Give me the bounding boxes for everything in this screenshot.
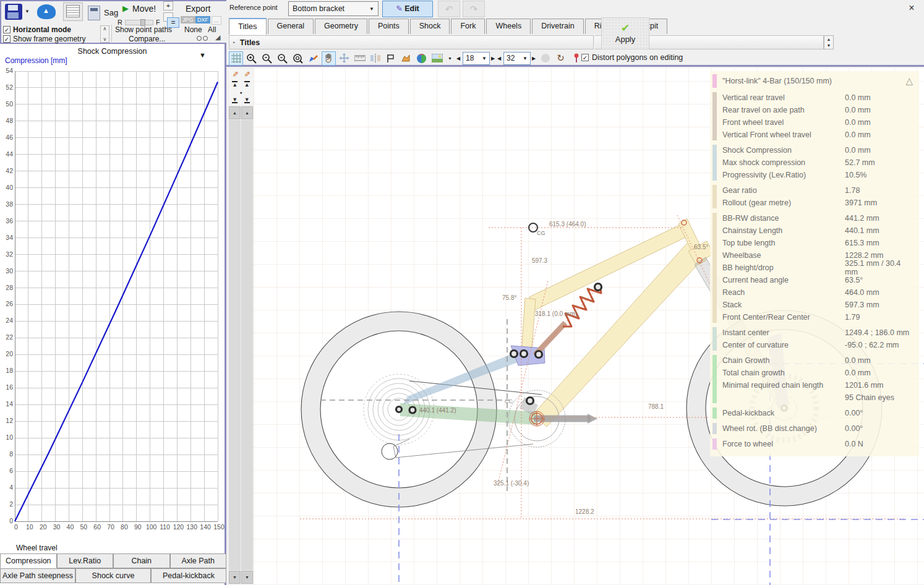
spin-a-left-icon[interactable]: ◀ — [456, 56, 461, 61]
spin-up-icon[interactable]: ▲ — [827, 37, 831, 41]
close-icon[interactable]: × — [905, 2, 918, 14]
scroll-down-button[interactable]: ▼ — [241, 571, 253, 584]
size-select-a[interactable]: 18 ▼ — [463, 52, 490, 65]
bike-icon[interactable] — [197, 35, 208, 41]
chart-tab-shock-curve[interactable]: Shock curve — [75, 568, 151, 583]
tab-titles[interactable]: Titles — [229, 18, 267, 35]
move-button[interactable]: Move! — [132, 4, 156, 14]
tab-fork[interactable]: Fork — [451, 19, 485, 34]
color-sphere-icon[interactable] — [414, 51, 429, 66]
scroll-up-button[interactable]: ▲ — [241, 106, 253, 119]
cloud-upload-icon[interactable] — [37, 4, 56, 19]
chart-tab-compression[interactable]: Compression — [0, 553, 57, 568]
redo-button[interactable]: ↷ — [463, 1, 485, 17]
spin-b-right-icon[interactable]: ▶ — [532, 56, 537, 61]
tab-shock[interactable]: Shock — [410, 19, 450, 34]
background-image-icon[interactable] — [430, 51, 444, 66]
paths-all-button[interactable]: All — [208, 25, 216, 34]
save-dropdown-icon[interactable]: ▼ — [25, 9, 30, 14]
image-dropdown-icon[interactable]: ▼ — [448, 56, 453, 61]
edit-button[interactable]: ✎ Edit — [382, 1, 433, 17]
chart-dropdown-icon[interactable]: ▼ — [199, 51, 206, 59]
spin-down-icon[interactable]: ▼ — [827, 43, 831, 48]
align-bottom-icon[interactable]: ▼ — [244, 97, 250, 103]
sag-calculator-icon[interactable] — [88, 6, 100, 20]
draw-pen-icon[interactable] — [306, 51, 320, 66]
pan-hand-icon[interactable] — [322, 51, 336, 66]
chart-tick-label: 46 — [6, 134, 13, 141]
zoom-out-icon[interactable] — [260, 51, 274, 66]
tab-drivetrain[interactable]: Drivetrain — [532, 19, 584, 34]
info-row: Front wheel travel0.0 mm — [722, 116, 913, 129]
info-row: Chainstay Length440.1 mm — [722, 224, 913, 237]
info-label: Rear travel on axle path — [722, 106, 845, 114]
spin-b-left-icon[interactable]: ◀ — [497, 56, 502, 61]
linkage-canvas[interactable]: 615.3 (464.0) 597.3 75.8° 63.5° 318.1 (0… — [254, 68, 924, 585]
collapse-icon[interactable]: △ — [905, 75, 913, 87]
spinner-up-icon[interactable]: ∧ — [103, 26, 107, 32]
zoom-extents-icon[interactable] — [275, 51, 289, 66]
move-points-icon[interactable] — [337, 51, 351, 66]
size-select-b[interactable]: 32 ▼ — [503, 52, 531, 65]
export-more-button[interactable]: ... — [212, 16, 221, 25]
undo-button[interactable]: ↶ — [438, 1, 460, 17]
reference-point-dropdown[interactable]: Bottom bracket ▼ — [288, 1, 379, 16]
frame-spinner[interactable]: ∧ ∨ — [100, 25, 109, 43]
chart-tab-lev-ratio[interactable]: Lev.Ratio — [57, 553, 114, 568]
scrollbar-track[interactable] — [229, 120, 241, 570]
marker-pen-icon[interactable]: ✎ — [242, 71, 251, 77]
info-label: Gear ratio — [722, 186, 845, 195]
flag-icon[interactable] — [383, 51, 398, 66]
compare-button[interactable]: Compare... — [129, 35, 165, 43]
scrollbar-track[interactable] — [241, 120, 253, 570]
paths-none-button[interactable]: None — [184, 25, 202, 34]
zoom-in-icon[interactable] — [244, 51, 259, 66]
chart-tick-label: 130 — [187, 523, 198, 531]
move-play-icon[interactable]: ▶ — [122, 4, 129, 13]
corner-resize-icon[interactable]: ◢ — [215, 33, 220, 41]
measure-icon[interactable] — [353, 51, 367, 66]
export-label[interactable]: Export — [186, 4, 210, 14]
chart-tick-label: 110 — [160, 523, 170, 531]
save-icon[interactable] — [5, 4, 22, 20]
info-group: Shock Compression0.0 mmMax shock compres… — [722, 144, 913, 181]
align-top-icon[interactable]: ▲ — [232, 81, 237, 87]
tab-geometry[interactable]: Geometry — [315, 19, 367, 34]
spinner-down-icon[interactable]: ∨ — [103, 36, 107, 42]
titles-section-header[interactable]: ▪ Titles — [229, 35, 594, 49]
apply-button[interactable]: ✔ Apply — [601, 17, 649, 49]
titles-spinner[interactable]: ▲ ▼ — [824, 35, 834, 49]
distort-checkbox[interactable]: ✓ — [581, 54, 589, 61]
show-frame-geometry-checkbox[interactable]: ✓ — [3, 35, 11, 43]
sag-label[interactable]: Sag — [104, 8, 118, 17]
chart-xlabel: Wheel travel — [16, 544, 58, 552]
tab-points[interactable]: Points — [369, 19, 409, 34]
scroll-up-button[interactable]: ▲ — [229, 106, 241, 119]
align-bottom-icon[interactable]: ▼ — [232, 97, 237, 103]
align-top-icon[interactable]: ▲ — [244, 81, 250, 87]
info-label: Wheelbase — [722, 251, 845, 260]
polygon-icon[interactable] — [399, 51, 413, 66]
tab-general[interactable]: General — [268, 19, 314, 34]
dim-bb-height: 325.1 (-30.4) — [494, 480, 529, 487]
apply-check-icon: ✔ — [602, 22, 649, 35]
chart-tab-axle-path[interactable]: Axle Path — [170, 553, 227, 568]
print-icon[interactable] — [63, 2, 83, 21]
export-dxf-button[interactable]: DXF — [195, 16, 210, 23]
zoom-selection-icon[interactable] — [291, 51, 305, 66]
divider — [111, 25, 112, 43]
mirror-icon[interactable] — [368, 51, 382, 66]
spin-a-right-icon[interactable]: ▶ — [491, 56, 496, 61]
scroll-down-button[interactable]: ▼ — [229, 571, 241, 584]
horizontal-mode-checkbox[interactable]: ✓ — [3, 26, 11, 33]
show-point-paths-label[interactable]: Show point paths — [115, 25, 172, 34]
chart-tab-pedal-kickback[interactable]: Pedal-kickback — [151, 568, 226, 583]
export-jpg-button[interactable]: JPG — [181, 16, 195, 23]
move-plus-button[interactable]: + — [163, 1, 173, 11]
grid-toggle-icon[interactable] — [229, 51, 243, 66]
tab-wheels[interactable]: Wheels — [486, 19, 531, 34]
rotate-icon[interactable]: ↻ — [554, 51, 568, 66]
chart-tab-axle-path-steepness[interactable]: Axle Path steepness — [0, 568, 75, 583]
marker-pen-icon[interactable]: ✎ — [231, 71, 239, 77]
chart-tab-chain[interactable]: Chain — [113, 553, 170, 568]
